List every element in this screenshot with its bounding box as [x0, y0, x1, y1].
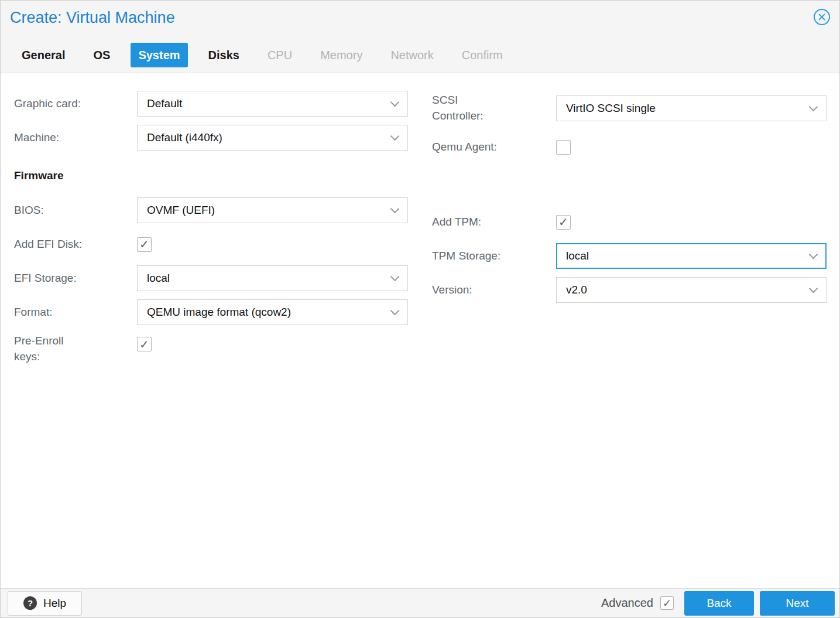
help-label: Help	[43, 597, 66, 610]
left-column: Graphic card: Default Machine: Default (…	[14, 91, 408, 588]
graphic-card-value: Default	[147, 97, 182, 110]
format-row: Format: QEMU image format (qcow2)	[14, 299, 408, 325]
chevron-down-icon	[809, 250, 818, 259]
add-efi-disk-row: Add EFI Disk: ✓	[14, 231, 408, 257]
chevron-down-icon	[390, 272, 400, 281]
bios-label: BIOS:	[14, 203, 137, 218]
help-button[interactable]: ? Help	[8, 591, 82, 616]
footer-bar: ? Help Advanced ✓ Back Next	[1, 588, 839, 617]
chevron-down-icon	[809, 284, 818, 293]
spacer	[432, 168, 827, 209]
tab-memory: Memory	[313, 43, 370, 67]
page-title: Create: Virtual Machine	[10, 5, 812, 27]
machine-select[interactable]: Default (i440fx)	[137, 125, 408, 151]
add-tpm-label: Add TPM:	[432, 214, 556, 230]
bios-row: BIOS: OVMF (UEFI)	[14, 197, 408, 223]
advanced-checkbox[interactable]: ✓	[660, 596, 674, 610]
chevron-down-icon	[390, 306, 400, 315]
pre-enroll-keys-checkbox[interactable]: ✓	[137, 337, 152, 351]
scsi-controller-value: VirtIO SCSI single	[566, 102, 656, 115]
create-vm-dialog: Create: Virtual Machine General OS Syste…	[0, 0, 840, 618]
chevron-down-icon	[390, 97, 400, 107]
tab-general[interactable]: General	[14, 43, 73, 67]
machine-label: Machine:	[14, 130, 137, 146]
tab-bar: General OS System Disks CPU Memory Netwo…	[1, 31, 839, 73]
add-efi-disk-label: Add EFI Disk:	[14, 237, 137, 252]
tpm-storage-select[interactable]: local	[556, 243, 827, 269]
bios-select[interactable]: OVMF (UEFI)	[137, 197, 408, 223]
tpm-storage-value: local	[566, 250, 589, 262]
version-row: Version: v2.0	[432, 277, 827, 303]
footer-actions: Advanced ✓ Back Next	[601, 591, 835, 616]
efi-storage-row: EFI Storage: local	[14, 265, 408, 291]
chevron-down-icon	[390, 204, 400, 213]
tab-network: Network	[383, 43, 441, 67]
scsi-controller-row: SCSI Controller: VirtIO SCSI single	[432, 91, 827, 126]
pre-enroll-keys-label: Pre-Enroll keys:	[14, 333, 137, 364]
add-tpm-row: Add TPM: ✓	[432, 209, 827, 235]
efi-storage-label: EFI Storage:	[14, 271, 137, 286]
right-column: SCSI Controller: VirtIO SCSI single Qemu…	[432, 91, 827, 588]
tpm-storage-label: TPM Storage:	[432, 248, 556, 264]
chevron-down-icon	[809, 102, 818, 111]
graphic-card-select[interactable]: Default	[137, 91, 408, 117]
graphic-card-row: Graphic card: Default	[14, 91, 408, 117]
tab-system[interactable]: System	[131, 43, 187, 67]
qemu-agent-checkbox[interactable]	[556, 140, 571, 155]
check-mark-icon: ✓	[139, 339, 149, 350]
chevron-down-icon	[390, 131, 400, 141]
format-select[interactable]: QEMU image format (qcow2)	[137, 299, 408, 325]
tab-confirm: Confirm	[454, 43, 510, 67]
dialog-header: Create: Virtual Machine	[1, 1, 839, 31]
qemu-agent-row: Qemu Agent:	[432, 134, 827, 160]
firmware-section-heading: Firmware	[14, 169, 408, 182]
tab-os[interactable]: OS	[85, 43, 118, 67]
back-button[interactable]: Back	[684, 591, 754, 616]
version-label: Version:	[432, 282, 556, 298]
machine-row: Machine: Default (i440fx)	[14, 125, 408, 151]
advanced-label: Advanced	[601, 596, 653, 610]
tpm-storage-row: TPM Storage: local	[432, 243, 827, 269]
tab-cpu: CPU	[260, 43, 300, 67]
check-mark-icon: ✓	[663, 598, 671, 609]
format-value: QEMU image format (qcow2)	[147, 306, 291, 319]
check-mark-icon: ✓	[558, 216, 568, 228]
add-efi-disk-checkbox[interactable]: ✓	[137, 237, 152, 252]
graphic-card-label: Graphic card:	[14, 96, 137, 112]
add-tpm-checkbox[interactable]: ✓	[556, 215, 571, 230]
efi-storage-select[interactable]: local	[137, 265, 408, 291]
check-mark-icon: ✓	[139, 238, 149, 250]
format-label: Format:	[14, 305, 137, 320]
form-body: Graphic card: Default Machine: Default (…	[1, 73, 839, 588]
scsi-controller-label: SCSI Controller:	[432, 93, 556, 124]
scsi-controller-select[interactable]: VirtIO SCSI single	[556, 95, 827, 121]
bios-value: OVMF (UEFI)	[147, 204, 215, 217]
version-value: v2.0	[566, 284, 587, 296]
next-button[interactable]: Next	[760, 591, 835, 616]
question-icon: ?	[23, 596, 37, 610]
version-select[interactable]: v2.0	[556, 277, 827, 303]
pre-enroll-keys-row: Pre-Enroll keys: ✓	[14, 333, 408, 364]
efi-storage-value: local	[147, 272, 170, 285]
close-icon[interactable]	[812, 8, 831, 26]
tab-disks[interactable]: Disks	[201, 43, 247, 67]
qemu-agent-label: Qemu Agent:	[432, 139, 556, 155]
machine-value: Default (i440fx)	[147, 131, 222, 144]
